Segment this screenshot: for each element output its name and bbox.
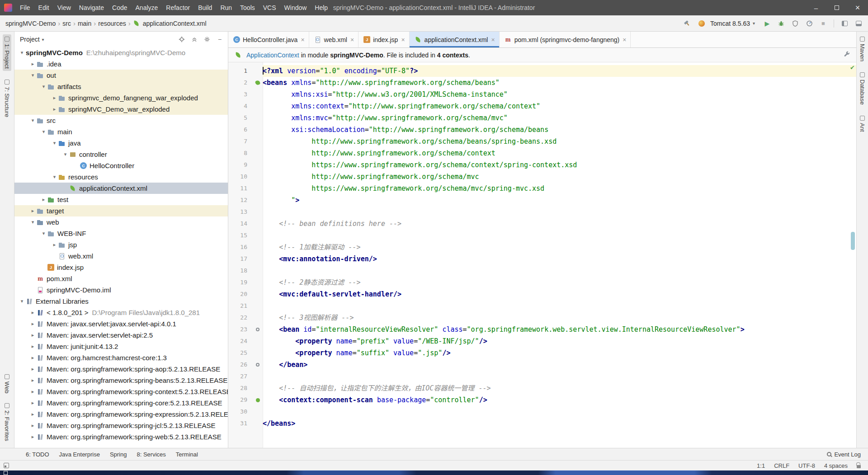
menu-edit[interactable]: Edit bbox=[34, 0, 53, 15]
code-line[interactable]: 28 <!-- 自动扫描包，让指定包下的注解生效，由IOC容器统一管理 --> bbox=[228, 382, 856, 394]
line-number[interactable]: 21 bbox=[228, 300, 253, 312]
close-button[interactable]: × bbox=[847, 0, 868, 15]
coverage-button[interactable] bbox=[790, 19, 800, 28]
chevron-right-icon[interactable]: ▸ bbox=[40, 197, 47, 202]
tree-row-1-8-0-201[interactable]: ▸< 1.8.0_201 >D:\Program Files\Java\jdk1… bbox=[14, 307, 228, 318]
restore-layout-icon[interactable] bbox=[854, 19, 863, 28]
tree-row-maven-org-springframework-spring-web-5-2-13-release[interactable]: ▸Maven: org.springframework:spring-web:5… bbox=[14, 431, 228, 442]
code-line[interactable]: 19 <!-- 2静态资源过滤 --> bbox=[228, 277, 856, 288]
menu-window[interactable]: Window bbox=[280, 0, 311, 15]
profiler-button[interactable] bbox=[804, 19, 814, 28]
tree-row-test[interactable]: ▸test bbox=[14, 194, 228, 205]
line-number[interactable]: 20 bbox=[228, 288, 253, 300]
line-number[interactable]: 1 bbox=[228, 65, 253, 77]
chevron-right-icon[interactable]: ▸ bbox=[29, 389, 37, 395]
line-number[interactable]: 13 bbox=[228, 206, 253, 218]
menu-build[interactable]: Build bbox=[194, 0, 216, 15]
ring-gutter-icon[interactable] bbox=[256, 363, 259, 367]
tool-window-button-maven[interactable]: Maven bbox=[858, 34, 867, 64]
line-number[interactable]: 15 bbox=[228, 230, 253, 241]
line-number[interactable]: 30 bbox=[228, 406, 253, 418]
chevron-right-icon[interactable]: ▸ bbox=[29, 355, 37, 361]
chevron-right-icon[interactable]: ▸ bbox=[29, 61, 37, 67]
build-hammer-icon[interactable] bbox=[681, 19, 691, 28]
breadcrumb-item-springmvc-demo[interactable]: springMVC-Demo bbox=[5, 20, 56, 27]
tool-window-button-7-structure[interactable]: 7: Structure bbox=[3, 77, 11, 119]
status-indent-style[interactable]: 4 spaces bbox=[824, 462, 848, 469]
code-line[interactable]: 14 <!-- bean definitions here --> bbox=[228, 218, 856, 230]
tree-row-springmvc-demo-iml[interactable]: springMVC-Demo.iml bbox=[14, 284, 228, 296]
breadcrumb-item-main[interactable]: main bbox=[78, 20, 91, 27]
status-caret-position[interactable]: 1:1 bbox=[757, 462, 765, 469]
wrench-icon[interactable] bbox=[844, 51, 850, 59]
chevron-right-icon[interactable]: ▸ bbox=[29, 366, 37, 372]
line-number[interactable]: 5 bbox=[228, 112, 253, 124]
code-line[interactable]: 11 https://www.springframework.org/schem… bbox=[228, 183, 856, 194]
chevron-right-icon[interactable]: ▸ bbox=[29, 208, 37, 214]
tree-row-pom-xml[interactable]: mpom.xml bbox=[14, 273, 228, 284]
ring-gutter-icon[interactable] bbox=[256, 328, 259, 331]
chevron-right-icon[interactable]: ▸ bbox=[51, 106, 58, 112]
chevron-down-icon[interactable]: ▾ bbox=[40, 84, 47, 89]
line-number[interactable]: 24 bbox=[228, 335, 253, 347]
code-line[interactable]: 29 <context:component-scan base-package=… bbox=[228, 394, 856, 406]
tree-row-maven-org-springframework-spring-context-5-2-13-release[interactable]: ▸Maven: org.springframework:spring-conte… bbox=[14, 386, 228, 397]
lock-icon[interactable] bbox=[857, 465, 861, 468]
chevron-down-icon[interactable]: ▾ bbox=[40, 129, 47, 135]
tree-row-web-xml[interactable]: web.xml bbox=[14, 250, 228, 262]
menu-refactor[interactable]: Refactor bbox=[162, 0, 194, 15]
close-icon[interactable]: × bbox=[350, 37, 354, 43]
tree-row-index-jsp[interactable]: Jindex.jsp bbox=[14, 262, 228, 273]
chevron-right-icon[interactable]: ▸ bbox=[29, 423, 37, 428]
chevron-down-icon[interactable]: ▾ bbox=[51, 140, 58, 146]
line-number[interactable]: 28 bbox=[228, 382, 253, 394]
stop-button[interactable]: ■ bbox=[818, 19, 828, 28]
code-line[interactable]: 21 bbox=[228, 300, 856, 312]
chevron-down-icon[interactable]: ▾ bbox=[18, 50, 26, 56]
code-line[interactable]: 5 xmlns:mvc="http://www.springframework.… bbox=[228, 112, 856, 124]
line-number[interactable]: 14 bbox=[228, 218, 253, 230]
bottom-bar-spring[interactable]: Spring bbox=[105, 451, 132, 458]
close-icon[interactable]: × bbox=[623, 37, 626, 43]
collapse-all-icon[interactable] bbox=[191, 36, 198, 43]
tree-row-maven-org-springframework-spring-beans-5-2-13-release[interactable]: ▸Maven: org.springframework:spring-beans… bbox=[14, 375, 228, 386]
tab-pom-xml-springmvc-demo-fangneng[interactable]: mpom.xml (springmvc-demo-fangneng)× bbox=[500, 32, 631, 47]
menu-run[interactable]: Run bbox=[216, 0, 236, 15]
tree-row-maven-junit-junit-4-13-2[interactable]: ▸Maven: junit:junit:4.13.2 bbox=[14, 341, 228, 352]
line-number[interactable]: 23 bbox=[228, 324, 253, 335]
tree-row-jsp[interactable]: ▸jsp bbox=[14, 239, 228, 250]
maximize-button[interactable] bbox=[826, 0, 847, 15]
chevron-down-icon[interactable]: ▾ bbox=[40, 230, 47, 236]
tree-row-external-libraries[interactable]: ▾External Libraries bbox=[14, 296, 228, 307]
tree-row-maven-org-springframework-spring-aop-5-2-13-release[interactable]: ▸Maven: org.springframework:spring-aop:5… bbox=[14, 363, 228, 375]
close-icon[interactable]: × bbox=[301, 37, 304, 43]
code-line[interactable]: 3 xmlns:xsi="http://www.w3.org/2001/XMLS… bbox=[228, 89, 856, 100]
bottom-bar-8-services[interactable]: 8: Services bbox=[132, 451, 170, 458]
line-number[interactable]: 19 bbox=[228, 277, 253, 288]
tree-row-maven-org-springframework-spring-expression-5-2-13-release[interactable]: ▸Maven: org.springframework:spring-expre… bbox=[14, 409, 228, 420]
menu-vcs[interactable]: VCS bbox=[259, 0, 280, 15]
status-file-encoding[interactable]: UTF-8 bbox=[798, 462, 815, 469]
chevron-down-icon[interactable]: ▾ bbox=[29, 72, 37, 78]
code-line[interactable]: 23 <bean id="internalResourceViewResolve… bbox=[228, 324, 856, 335]
menu-help[interactable]: Help bbox=[311, 0, 332, 15]
windows-taskbar-sliver[interactable] bbox=[0, 470, 868, 475]
tree-row-out[interactable]: ▾out bbox=[14, 70, 228, 81]
code-line[interactable]: 17 <mvc:annotation-driven/> bbox=[228, 253, 856, 265]
line-number[interactable]: 22 bbox=[228, 312, 253, 324]
chevron-right-icon[interactable]: ▸ bbox=[29, 400, 37, 406]
menu-navigate[interactable]: Navigate bbox=[75, 0, 108, 15]
code-line[interactable]: 12 "> bbox=[228, 194, 856, 206]
menu-tools[interactable]: Tools bbox=[236, 0, 259, 15]
tree-row-springmvc-demo-fangneng-war-exploded[interactable]: ▸springmvc_demo_fangneng_war_exploded bbox=[14, 92, 228, 103]
minimize-button[interactable]: – bbox=[806, 0, 826, 15]
line-number[interactable]: 31 bbox=[228, 418, 253, 429]
code-line[interactable]: 16 <!-- 1加载注解驱动 --> bbox=[228, 241, 856, 253]
settings-gear-icon[interactable] bbox=[203, 36, 211, 43]
chevron-down-icon[interactable]: ▾ bbox=[61, 151, 69, 157]
line-number[interactable]: 29 bbox=[228, 394, 253, 406]
tool-window-button-2-favorites[interactable]: 2: Favorites bbox=[3, 401, 11, 443]
run-button[interactable]: ▶ bbox=[762, 19, 772, 28]
tree-row-web[interactable]: ▾web bbox=[14, 216, 228, 228]
chevron-down-icon[interactable]: ▾ bbox=[42, 37, 44, 42]
